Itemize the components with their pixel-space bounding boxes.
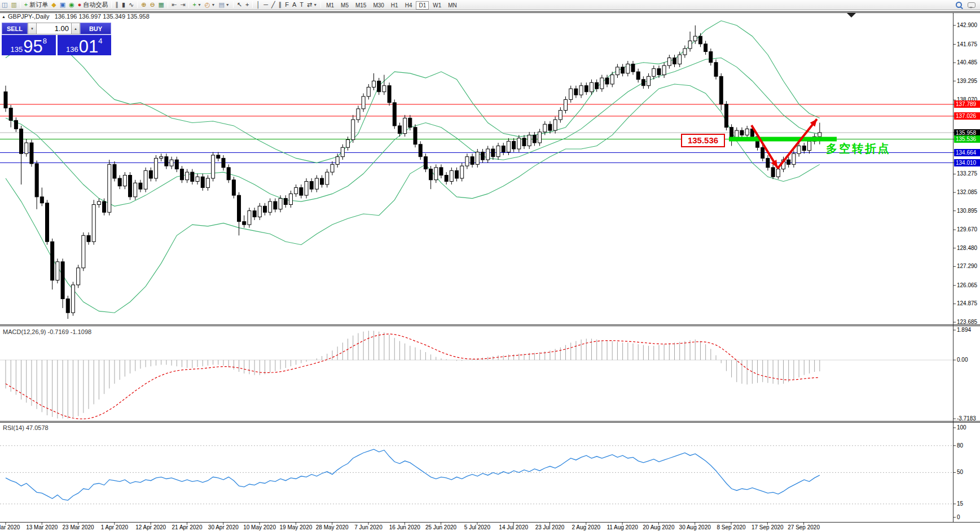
chevron-down-icon[interactable]: ▼ [226, 3, 230, 7]
trend-arrows[interactable] [752, 119, 817, 169]
chart-title: GBPJPY-,Daily 136.196 136.997 135.349 13… [8, 13, 150, 20]
shift-chart-icon[interactable]: ⇥ [178, 1, 187, 9]
toolbar: ◫▥+新订单◆▣◉●自动交易∥▮∿⊕⊖▦⇤⇥+▼◴▼▤▼↖+│─╱∥FAT⇄▼ … [0, 0, 980, 10]
history-center-icon[interactable]: ◆ [50, 1, 58, 9]
volume-input[interactable] [37, 23, 71, 34]
tab-timeframe-M30[interactable]: M30 [370, 1, 386, 10]
zoom-in-icon[interactable]: ⊕ [139, 1, 148, 9]
tab-timeframe-H1[interactable]: H1 [388, 1, 401, 10]
chart-shift-marker[interactable] [847, 13, 856, 17]
expert-advisors-icon: ▣ [60, 2, 65, 8]
buy-price-big: 01 [79, 38, 98, 55]
macd-panel [0, 331, 953, 419]
buy-price-display[interactable]: 136 01 4 [58, 35, 112, 55]
arrows-icon[interactable]: ⇄▼ [305, 1, 319, 9]
cursor-icon[interactable]: ↖ [235, 1, 244, 9]
buy-button[interactable]: BUY [80, 23, 111, 34]
sell-price-small: 135 [11, 45, 23, 54]
candlestick-chart-icon: ▮ [122, 2, 125, 8]
equidistant-channel-icon[interactable]: ∥ [277, 1, 284, 9]
new-order-icon[interactable]: +新订单 [23, 1, 50, 9]
tile-windows-icon: ▦ [159, 2, 164, 8]
price-line-label: 134.664 [954, 149, 980, 156]
rsi-indicator-label: RSI(14) 47.0578 [3, 424, 49, 431]
chart-canvas[interactable] [0, 0, 980, 531]
date-axis-label: 20 Aug 2020 [643, 524, 674, 530]
new-order-icon-label: 新订单 [29, 1, 48, 9]
toolbar-right [956, 2, 975, 8]
add-indicator-icon[interactable]: +▼ [191, 1, 203, 9]
date-axis-label: 11 Aug 2020 [607, 524, 638, 530]
rsi-axis-tick: 50 [957, 469, 980, 475]
crosshair-icon[interactable]: + [244, 1, 251, 9]
volume-up-button[interactable]: ▲ [71, 23, 80, 34]
date-axis-label: 2 Aug 2020 [572, 524, 600, 530]
fibonacci-icon: F [285, 2, 289, 8]
tab-timeframe-D1[interactable]: D1 [416, 1, 429, 10]
search-icon[interactable] [956, 2, 962, 8]
chevron-down-icon[interactable]: ▼ [313, 3, 317, 7]
date-axis-label: 4 Mar 2020 [0, 524, 20, 530]
periods-icon[interactable]: ◴▼ [203, 1, 217, 9]
candlestick-chart-icon[interactable]: ▮ [120, 1, 127, 9]
crosshair-icon: + [245, 2, 249, 8]
chat-icon[interactable] [968, 2, 975, 8]
sell-price-big: 95 [23, 38, 42, 55]
rsi-axis-tick: 15 [957, 501, 980, 507]
data-window-icon[interactable]: ▥ [9, 1, 18, 9]
zoom-out-icon[interactable]: ⊖ [148, 1, 156, 9]
price-axis-tick: 132.085 [957, 189, 980, 195]
horizontal-line-icon[interactable]: ─ [262, 1, 270, 9]
support-zone-bar[interactable] [729, 137, 837, 142]
text-label-icon[interactable]: T [298, 1, 305, 9]
volume-down-button[interactable]: ▼ [28, 23, 37, 34]
turning-point-annotation[interactable]: 多空转折点 [826, 141, 891, 156]
charts-window-icon: ◫ [2, 2, 7, 8]
templates-icon: ▤ [218, 2, 224, 8]
panel-collapse-icon[interactable]: ▲ [2, 15, 6, 19]
tile-windows-icon[interactable]: ▦ [157, 1, 166, 9]
chevron-down-icon[interactable]: ▼ [197, 3, 201, 7]
auto-scroll-icon[interactable]: ⇤ [170, 1, 178, 9]
vertical-line-icon: │ [256, 2, 260, 8]
line-chart-icon[interactable]: ∿ [127, 1, 135, 9]
vertical-line-icon[interactable]: │ [254, 1, 262, 9]
autotrading-icon[interactable]: ●自动交易 [76, 1, 110, 9]
trendline-icon[interactable]: ╱ [270, 1, 277, 9]
signals-icon: ◉ [69, 2, 74, 8]
tab-timeframe-M1[interactable]: M1 [323, 1, 337, 10]
chevron-down-icon[interactable]: ▼ [211, 3, 215, 7]
tab-timeframe-M15[interactable]: M15 [353, 1, 369, 10]
sell-price-display[interactable]: 135 95 8 [2, 35, 56, 55]
add-indicator-icon: + [192, 2, 196, 8]
price-axis-tick: 140.485 [957, 59, 980, 65]
text-label-icon: T [300, 2, 304, 8]
charts-window-icon[interactable]: ◫ [0, 1, 9, 9]
tab-timeframe-M5[interactable]: M5 [338, 1, 351, 10]
line-chart-icon: ∿ [129, 2, 134, 8]
price-line-label: 135.536 [954, 135, 980, 143]
equidistant-channel-icon: ∥ [279, 2, 282, 8]
date-axis-label: 25 Jun 2020 [425, 524, 456, 530]
tab-timeframe-MN[interactable]: MN [445, 1, 460, 10]
date-axis-label: 13 Mar 2020 [26, 524, 58, 530]
templates-icon[interactable]: ▤▼ [217, 1, 231, 9]
price-axis-tick: 128.480 [957, 245, 980, 251]
autotrading-icon-label: 自动交易 [83, 1, 108, 9]
fibonacci-icon[interactable]: F [283, 1, 291, 9]
sell-button[interactable]: SELL [2, 23, 28, 34]
bar-chart-icon[interactable]: ∥ [113, 1, 120, 9]
date-axis-label: 5 Jul 2020 [464, 524, 490, 530]
price-axis-tick: 123.685 [957, 319, 980, 325]
tab-timeframe-W1[interactable]: W1 [430, 1, 444, 10]
price-line-label: 137.026 [954, 112, 980, 120]
tab-timeframe-H4[interactable]: H4 [402, 1, 415, 10]
zoom-in-icon: ⊕ [141, 2, 146, 8]
support-price-annotation[interactable]: 135.536 [681, 134, 725, 147]
text-icon[interactable]: A [291, 1, 298, 9]
bar-chart-icon: ∥ [115, 2, 118, 8]
toolbar-separator [168, 1, 168, 8]
cursor-icon: ↖ [237, 2, 242, 8]
signals-icon[interactable]: ◉ [67, 1, 76, 9]
expert-advisors-icon[interactable]: ▣ [58, 1, 67, 9]
